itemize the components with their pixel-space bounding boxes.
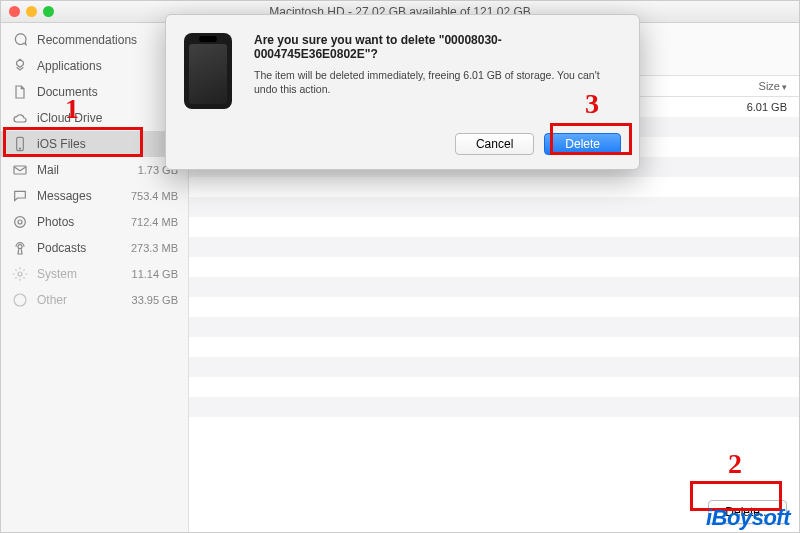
table-row: [189, 277, 799, 297]
table-row: [189, 337, 799, 357]
watermark: iBoysoft: [706, 505, 790, 531]
apps-icon: [11, 57, 29, 75]
sidebar-item-label: iOS Files: [37, 137, 172, 151]
phone-icon: [11, 135, 29, 153]
sidebar-item-size: 33.95 GB: [132, 294, 178, 306]
dialog-message: The item will be deleted immediately, fr…: [254, 69, 621, 96]
confirm-delete-button[interactable]: Delete: [544, 133, 621, 155]
chat-icon: [11, 31, 29, 49]
sidebar-item-size: 712.4 MB: [131, 216, 178, 228]
sidebar-item-ios-files[interactable]: iOS Files 8: [1, 131, 188, 157]
system-icon: [11, 265, 29, 283]
row-size: 6.01 GB: [719, 101, 799, 113]
sidebar-item-size: 11.14 GB: [132, 268, 178, 280]
sidebar-item-label: Mail: [37, 163, 138, 177]
table-row: [189, 377, 799, 397]
table-row: [189, 237, 799, 257]
svg-point-6: [18, 272, 22, 276]
sidebar-item-label: Podcasts: [37, 241, 131, 255]
cancel-button[interactable]: Cancel: [455, 133, 534, 155]
table-row: [189, 317, 799, 337]
table-row: [189, 297, 799, 317]
doc-icon: [11, 83, 29, 101]
sidebar-item-system[interactable]: System 11.14 GB: [1, 261, 188, 287]
sidebar-item-size: 273.3 MB: [131, 242, 178, 254]
dialog-title: Are you sure you want to delete "0000803…: [254, 33, 621, 61]
photo-icon: [11, 213, 29, 231]
column-size[interactable]: Size▾: [719, 80, 799, 92]
svg-point-5: [18, 245, 22, 249]
other-icon: [11, 291, 29, 309]
table-row: [189, 217, 799, 237]
svg-point-1: [19, 148, 20, 149]
sidebar-item-label: Other: [37, 293, 132, 307]
sidebar-item-documents[interactable]: Documents 9: [1, 79, 188, 105]
device-icon: [184, 33, 232, 109]
table-row: [189, 357, 799, 377]
table-row: [189, 257, 799, 277]
svg-point-3: [15, 217, 26, 228]
sidebar-item-size: 753.4 MB: [131, 190, 178, 202]
sidebar-item-label: Documents: [37, 85, 172, 99]
table-row: [189, 397, 799, 417]
sidebar-item-podcasts[interactable]: Podcasts 273.3 MB: [1, 235, 188, 261]
sidebar: Recommendations Applications Documents 9…: [1, 23, 189, 532]
sidebar-item-messages[interactable]: Messages 753.4 MB: [1, 183, 188, 209]
sidebar-item-label: Recommendations: [37, 33, 178, 47]
sidebar-item-photos[interactable]: Photos 712.4 MB: [1, 209, 188, 235]
sidebar-item-label: Applications: [37, 59, 178, 73]
table-row: [189, 197, 799, 217]
sidebar-item-label: iCloud Drive: [37, 111, 178, 125]
svg-point-4: [18, 220, 22, 224]
messages-icon: [11, 187, 29, 205]
table-row: [189, 177, 799, 197]
svg-point-7: [14, 294, 26, 306]
sidebar-item-label: Messages: [37, 189, 131, 203]
sidebar-item-label: System: [37, 267, 132, 281]
mail-icon: [11, 161, 29, 179]
cloud-icon: [11, 109, 29, 127]
podcast-icon: [11, 239, 29, 257]
sidebar-item-icloud[interactable]: iCloud Drive: [1, 105, 188, 131]
sidebar-item-applications[interactable]: Applications: [1, 53, 188, 79]
sidebar-item-other[interactable]: Other 33.95 GB: [1, 287, 188, 313]
sidebar-item-mail[interactable]: Mail 1.73 GB: [1, 157, 188, 183]
sidebar-item-label: Photos: [37, 215, 131, 229]
confirm-delete-dialog: Are you sure you want to delete "0000803…: [165, 14, 640, 170]
sidebar-item-recommendations[interactable]: Recommendations: [1, 27, 188, 53]
